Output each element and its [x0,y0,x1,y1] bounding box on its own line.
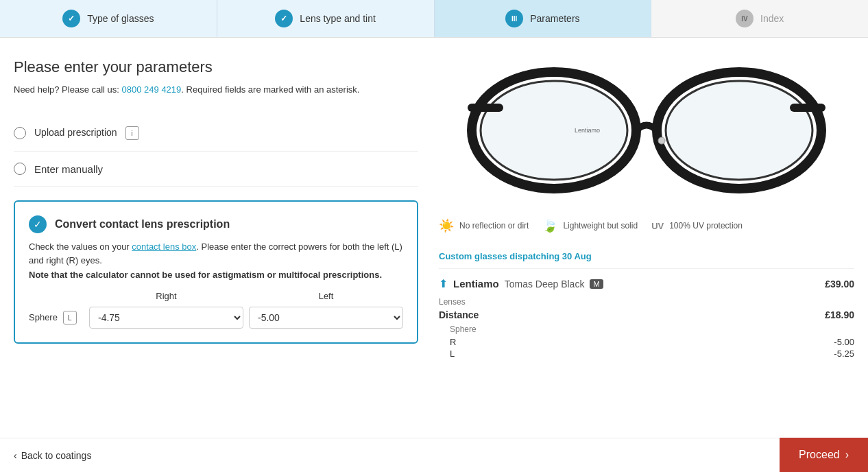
right-sphere-select[interactable]: -4.75 -5.00 -5.25 -5.50 -4.50 -4.25 [89,307,243,329]
step-label-parameters: Parameters [530,13,579,24]
glasses-image: Lentiamo [439,58,854,196]
step-lens-type-tint[interactable]: ✓ Lens type and tint [217,0,435,37]
manual-label: Enter manually [34,163,103,175]
feature-uv-label: 100% UV protection [669,221,743,231]
phone-link[interactable]: 0800 249 4219 [122,84,182,95]
lightweight-icon: 🍃 [542,218,557,233]
left-column-header: Left [249,291,403,301]
l-badge: L [63,311,77,324]
step-icon-lens-type-tint: ✓ [275,10,293,27]
product-brand: Lentiamo [453,278,499,290]
right-eye-label: R [450,337,456,347]
features-section: ☀️ No reflection or dirt 🍃 Lightweight b… [439,211,854,240]
feature-uv-protection: UV 100% UV protection [651,218,743,233]
convert-description: Check the values on your contact lens bo… [29,240,403,267]
svg-text:Lentiamo: Lentiamo [575,127,600,134]
help-text: Need help? Please call us: 0800 249 4219… [14,84,418,95]
feature-lightweight: 🍃 Lightweight but solid [542,218,638,233]
left-sphere-row: L -5.25 [439,349,854,359]
left-eye-label: L [450,349,455,359]
uv-icon: UV [651,221,664,231]
convert-contact-lens-box: ✓ Convert contact lens prescription Chec… [14,200,418,344]
upload-label: Upload prescription i [34,126,139,140]
step-icon-type-of-glasses: ✓ [62,10,80,27]
product-name-area: ⬆ Lentiamo Tomas Deep Black M [439,277,603,290]
product-variant: Tomas Deep Black [505,279,585,290]
glasses-image-container: Lentiamo [439,58,854,198]
lenses-section: Lenses Distance £18.90 Sphere R -5.00 L … [439,297,854,359]
right-sphere-value: -5.00 [834,337,854,347]
sphere-section-label: Sphere [439,324,854,334]
convert-note: Note that the calculator cannot be used … [29,270,403,280]
product-up-icon: ⬆ [439,277,448,290]
right-sphere-row: R -5.00 [439,337,854,347]
step-label-lens-type-tint: Lens type and tint [300,13,376,24]
step-index[interactable]: IV Index [651,0,868,37]
left-sphere-select[interactable]: -5.00 -4.75 -5.25 -5.50 -4.50 [249,307,403,329]
dispatch-info: Custom glasses dispatching 30 Aug [439,251,854,269]
convert-title: Convert contact lens prescription [55,218,230,231]
step-label-type-of-glasses: Type of glasses [87,13,154,24]
convert-check-icon: ✓ [29,215,47,233]
product-price: £39.00 [825,279,854,290]
lenses-type-row: Distance £18.90 [439,309,854,320]
prescription-grid: Right Left Sphere L -4.75 -5.00 -5.25 -5… [29,291,403,329]
svg-point-3 [666,81,812,180]
lenses-title: Lenses [439,297,854,307]
lenses-price: £18.90 [825,309,854,320]
left-sphere-select-container[interactable]: -5.00 -4.75 -5.25 -5.50 -4.50 [249,307,403,329]
page-title: Please enter your parameters [14,58,418,76]
feature-lightweight-label: Lightweight but solid [563,221,638,231]
no-reflection-icon: ☀️ [439,218,454,233]
left-panel: Please enter your parameters Need help? … [14,58,418,360]
step-type-of-glasses[interactable]: ✓ Type of glasses [0,0,217,37]
right-panel: Lentiamo ☀️ No reflection or dirt 🍃 Ligh… [439,58,854,360]
svg-point-1 [481,81,627,180]
step-label-index: Index [760,13,784,24]
enter-manually-option[interactable]: Enter manually [14,152,418,187]
svg-point-6 [658,137,665,144]
feature-no-reflection-label: No reflection or dirt [459,221,529,231]
upload-radio[interactable] [14,127,26,139]
info-badge-upload[interactable]: i [125,126,139,140]
left-sphere-value: -5.25 [834,349,854,359]
lenses-type-label: Distance [439,309,479,320]
right-sphere-select-container[interactable]: -4.75 -5.00 -5.25 -5.50 -4.50 -4.25 [89,307,243,329]
step-icon-parameters: III [505,10,523,27]
product-row: ⬆ Lentiamo Tomas Deep Black M £39.00 [439,277,854,290]
step-icon-index: IV [736,10,754,27]
convert-header: ✓ Convert contact lens prescription [29,215,403,233]
step-parameters[interactable]: III Parameters [435,0,652,37]
product-size-badge: M [590,279,603,289]
sphere-row-label: Sphere L [29,311,84,324]
contact-lens-box-link[interactable]: contact lens box [132,241,196,252]
progress-bar: ✓ Type of glasses ✓ Lens type and tint I… [0,0,868,38]
upload-prescription-option[interactable]: Upload prescription i [14,115,418,152]
right-column-header: Right [89,291,243,301]
feature-no-reflection: ☀️ No reflection or dirt [439,218,529,233]
manual-radio[interactable] [14,163,26,175]
